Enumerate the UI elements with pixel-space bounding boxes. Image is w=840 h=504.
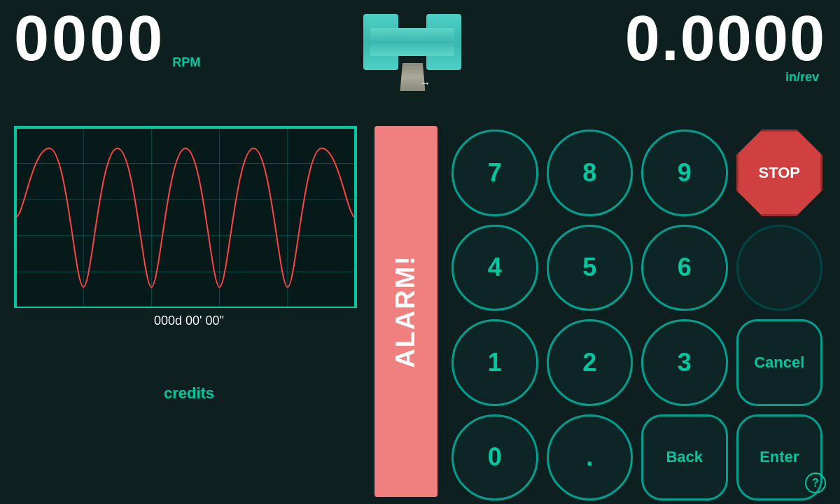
top-section: 0000 RPM → 0.0000 in/rev: [0, 0, 840, 119]
stop-label: STOP: [758, 164, 800, 182]
rpm-value: 0000: [14, 7, 165, 70]
spindle-body: →: [342, 14, 482, 70]
alarm-text: ALARM!: [391, 255, 421, 368]
key-7[interactable]: 7: [451, 130, 538, 216]
key-2[interactable]: 2: [547, 319, 634, 406]
help-button[interactable]: ?: [805, 472, 826, 493]
spindle-arrow-icon: →: [419, 77, 430, 90]
key-1[interactable]: 1: [451, 319, 538, 406]
empty-key-1: [736, 225, 823, 312]
keypad: 7 8 9 STOP 4 5 6 1 2 3 Cancel 0 . Back E…: [448, 126, 826, 497]
spindle-shaft: [370, 28, 454, 56]
feed-value: 0.0000: [625, 7, 826, 70]
oscilloscope-time-label: 000d 00' 00": [14, 314, 364, 328]
rpm-label: RPM: [172, 55, 200, 70]
question-mark-icon: ?: [812, 477, 819, 489]
back-button[interactable]: Back: [641, 414, 728, 501]
left-panel: 000d 00' 00" credits: [14, 126, 364, 497]
oscilloscope-grid: [15, 127, 356, 308]
main-section: 000d 00' 00" credits ALARM! 7 8 9 STOP 4…: [0, 119, 840, 504]
key-6[interactable]: 6: [641, 225, 728, 312]
spindle-graphic: →: [342, 7, 482, 70]
credits-button[interactable]: credits: [14, 384, 364, 402]
key-dot[interactable]: .: [547, 414, 634, 501]
feed-display: 0.0000 in/rev: [625, 7, 826, 85]
key-3[interactable]: 3: [641, 319, 728, 406]
oscilloscope: [14, 126, 357, 308]
key-4[interactable]: 4: [451, 225, 538, 312]
key-9[interactable]: 9: [641, 130, 728, 216]
key-8[interactable]: 8: [547, 130, 634, 216]
cancel-button[interactable]: Cancel: [736, 319, 823, 406]
alarm-panel: ALARM!: [374, 126, 438, 497]
key-0[interactable]: 0: [451, 414, 538, 501]
key-5[interactable]: 5: [547, 225, 634, 312]
rpm-display: 0000 RPM: [14, 7, 200, 70]
feed-label: in/rev: [785, 70, 819, 85]
stop-button[interactable]: STOP: [736, 130, 823, 216]
svg-rect-0: [15, 127, 356, 308]
